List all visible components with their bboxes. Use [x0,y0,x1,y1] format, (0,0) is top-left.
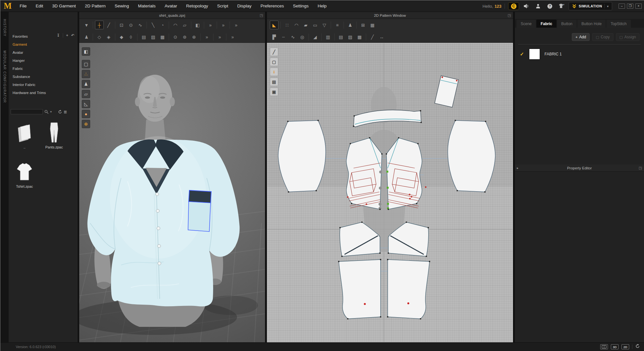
menu-item[interactable]: Display [233,0,256,12]
search-icon[interactable] [44,110,49,114]
pattern-pocket-piece[interactable] [435,76,459,107]
pin-segment[interactable]: ⊙ [127,21,135,29]
split-view-button[interactable] [600,344,608,349]
menu-item[interactable]: Retopology [182,0,213,12]
fold-arrangement[interactable]: ◧ [193,21,202,29]
menu-item[interactable]: Avatar [160,0,182,12]
texture-shirt-2[interactable]: ▩ [158,33,167,41]
simulation-button[interactable]: SIMULATION ▾ [569,2,612,10]
library-category[interactable]: Hanger [9,57,78,65]
select-brush[interactable]: ╱ [104,21,113,29]
attach-buttonhole[interactable]: ⊛ [190,33,198,41]
show-avatar-skin[interactable]: ● [82,110,90,118]
show-garment-shirt[interactable]: ▢ [82,60,90,68]
account-icon[interactable] [534,2,542,10]
search-filter-caret[interactable]: ▾ [50,110,52,113]
popout-icon[interactable]: ◳ [639,166,642,170]
pattern-collar-band[interactable] [354,110,421,127]
menu-item[interactable]: Preferences [256,0,289,12]
credits-coin-button[interactable]: C [508,2,519,10]
help-icon[interactable]: ? [545,2,554,10]
grid-transform[interactable]: ▦ [368,21,377,29]
measure[interactable]: ↔ [377,33,386,41]
overflow-1[interactable]: » [203,33,211,41]
pattern-front-left[interactable] [346,138,382,210]
menu-item[interactable]: 2D Pattern [80,0,110,12]
show-garment-2d[interactable]: ▢ [270,58,278,66]
download-icon[interactable]: ↧ [57,33,60,38]
texture-shirt-1[interactable]: ▨ [346,33,355,41]
edit-pattern[interactable]: ∷ [283,21,291,29]
menu-item[interactable]: File [15,0,31,12]
close-button[interactable]: × [635,4,642,9]
steam-iron[interactable]: ◢ [311,33,319,41]
menu-item[interactable]: Sewing [110,0,133,12]
simulate[interactable]: ▼ [82,21,91,29]
pattern-canvas-2d[interactable]: ╱▢i▤▣ [267,43,513,342]
show-garment[interactable]: ▥ [324,33,332,41]
library-category[interactable]: Fabric [9,65,78,73]
action-button[interactable]: ▢Assign [616,33,639,41]
show-3d-garment[interactable]: ◧ [82,47,90,56]
pleats-fold[interactable]: ≡ [333,21,342,29]
attach-button[interactable]: ⊚ [180,33,189,41]
menu-item[interactable]: Help [313,0,331,12]
restore-button[interactable]: ❐ [627,4,633,9]
menu-item[interactable]: Edit [31,0,48,12]
sound-icon[interactable] [522,2,531,10]
action-button[interactable]: +Add [572,33,590,41]
refresh-icon[interactable] [58,110,62,114]
tack-on-avatar[interactable]: ◇ [95,33,104,41]
drape-pen[interactable]: ◊ [127,33,135,41]
select-move[interactable]: ┼ [95,21,104,29]
show-fabric[interactable]: ▤ [270,78,278,86]
list-view-icon[interactable]: ≣ [64,109,67,114]
transform-pattern[interactable]: ◣ [270,21,279,29]
edit-curvature[interactable]: ◠ [292,21,301,29]
action-button[interactable]: ▢Copy [592,33,613,41]
object-browser-tab[interactable]: Fabric [536,20,556,28]
show-pins[interactable]: ∴ [82,70,90,78]
shirt-pocket[interactable] [188,190,211,232]
search-input[interactable] [11,109,43,114]
modular-configurator-tab[interactable]: MODULAR CONFIGURATOR [3,51,6,103]
free-sewing[interactable]: ∿ [289,33,297,41]
flatten-curve[interactable]: ▱ [180,21,189,29]
sculpt[interactable]: ◔ [158,21,167,29]
simulation-dropdown-caret[interactable]: ▾ [607,5,609,8]
fabric-roll[interactable]: ▤ [336,33,345,41]
edit-curve-point[interactable]: ◠ [171,21,180,29]
show-avatar-2d[interactable]: ♟ [346,21,355,29]
library-file-pants[interactable]: Pants.zpac [40,121,69,149]
overflow-3[interactable]: » [228,33,237,41]
object-browser-tab[interactable]: Button Hole [577,20,606,28]
library-file-tshirt[interactable]: Tshirt.zpac [10,161,39,188]
lock-pattern[interactable]: ▣ [270,88,278,96]
tack-pen[interactable]: ◈ [104,33,113,41]
pattern-sleeve-left[interactable] [278,120,326,192]
overflow-3[interactable]: » [232,21,241,29]
object-browser-tab[interactable]: Scene [516,20,536,28]
select-button[interactable]: ⊙ [171,33,180,41]
texture-shirt-2[interactable]: ▩ [355,33,364,41]
overflow-1[interactable]: » [206,21,215,29]
edit-sewing[interactable]: ▛ [270,33,279,41]
back-icon[interactable]: ↶ [71,33,74,38]
view-2d-button[interactable]: 2D [621,344,629,349]
segment-sewing[interactable]: ┄ [279,33,288,41]
dart[interactable]: ▽ [320,21,329,29]
pattern-sleeve-right[interactable] [448,120,495,192]
avatar-walk[interactable]: ♟ [82,33,91,41]
show-pattern[interactable]: ▱ [82,90,90,98]
object-browser-tab[interactable]: TopStitch [606,20,630,28]
show-transparent-pattern[interactable]: ◺ [82,100,90,108]
new-garment-icon[interactable]: + [557,2,565,10]
texture-shirt-1[interactable]: ▨ [149,33,157,41]
popout-icon[interactable]: ◳ [260,13,263,17]
fabric-roll[interactable]: ▤ [139,33,148,41]
add-polygon[interactable]: ▰ [301,21,310,29]
grid[interactable]: ⊞ [359,21,367,29]
sync-view-button[interactable] [635,344,640,350]
add-rectangle[interactable]: ▭ [311,21,319,29]
pattern-front-right[interactable] [386,138,427,209]
